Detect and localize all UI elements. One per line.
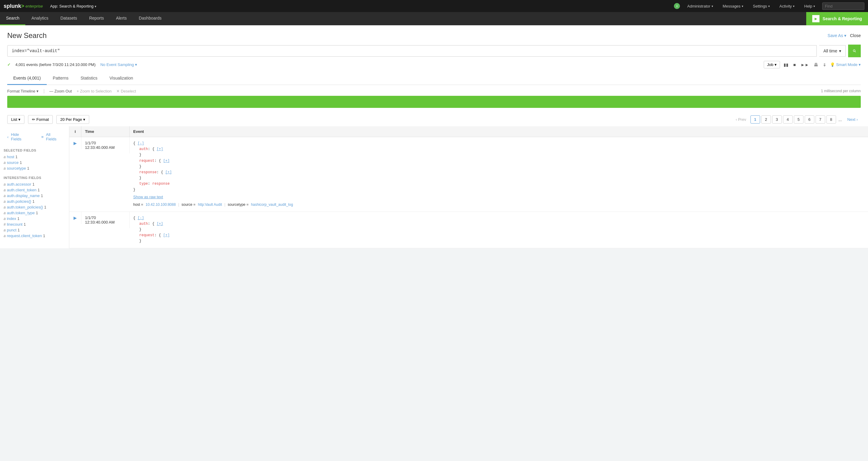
nav-search[interactable]: Search — [0, 12, 25, 25]
per-page-button[interactable]: 20 Per Page ▾ — [56, 115, 89, 124]
status-bar: ✓ 4,001 events (before 7/3/20 11:24:10.0… — [7, 61, 861, 68]
tab-statistics[interactable]: Statistics — [74, 72, 103, 85]
timeline-bar[interactable] — [7, 96, 861, 108]
interesting-fields-title: INTERESTING FIELDS — [4, 176, 65, 180]
app-name[interactable]: App: Search & Reporting ▾ — [50, 4, 96, 8]
expand-response-button[interactable]: [+] — [165, 170, 172, 175]
page-header-actions: Save As ▾ Close — [828, 33, 861, 38]
page-6-button[interactable]: 6 — [805, 115, 814, 124]
zoom-selection-button[interactable]: + Zoom to Selection — [76, 89, 112, 93]
page-2-button[interactable]: 2 — [761, 115, 771, 124]
event-expand-button-2[interactable]: ▶ — [69, 212, 82, 224]
pagination-dots: ... — [837, 117, 843, 122]
time-column-header: Time — [82, 126, 130, 137]
search-bar: All time ▾ — [7, 44, 861, 57]
field-auth-client-token[interactable]: a auth.client_token 1 — [4, 187, 65, 193]
nav-datasets[interactable]: Datasets — [54, 12, 83, 25]
field-sourcetype[interactable]: a sourcetype 1 — [4, 165, 65, 171]
format-button[interactable]: ✏ Format — [28, 115, 53, 124]
page-content: New Search Save As ▾ Close All time ▾ ✓ … — [0, 25, 868, 126]
field-punct[interactable]: a punct 1 — [4, 227, 65, 233]
admin-circle: i — [674, 3, 680, 9]
format-timeline-button[interactable]: Format Timeline ▾ — [7, 89, 38, 93]
top-navigation: splunk> enterprise App: Search & Reporti… — [0, 0, 868, 12]
field-source[interactable]: a source 1 — [4, 160, 65, 165]
splunk-logo: splunk> — [4, 3, 24, 9]
info-column-header: i — [69, 126, 82, 137]
event-expand-button[interactable]: ▶ — [69, 137, 82, 149]
smart-mode-button[interactable]: 💡 Smart Mode ▾ — [830, 62, 861, 67]
search-button[interactable] — [848, 44, 861, 57]
field-auth-token-type[interactable]: a auth.token_type 1 — [4, 210, 65, 216]
event-column-header: Event — [130, 126, 868, 137]
nav-analytics[interactable]: Analytics — [25, 12, 54, 25]
next-page-button[interactable]: Next › — [844, 116, 861, 123]
all-fields-button[interactable]: ≡ All Fields — [38, 131, 65, 144]
save-as-button[interactable]: Save As ▾ — [828, 33, 846, 38]
timeline-controls: Format Timeline ▾ | — Zoom Out + Zoom to… — [7, 85, 861, 96]
close-button[interactable]: Close — [850, 33, 861, 38]
forward-button[interactable]: ►► — [799, 62, 810, 68]
administrator-menu[interactable]: Administrator ▾ — [685, 3, 715, 10]
secondary-navigation: Search Analytics Datasets Reports Alerts… — [0, 12, 868, 25]
collapse-button[interactable]: [-] — [137, 141, 144, 146]
find-input[interactable] — [822, 2, 864, 10]
page-3-button[interactable]: 3 — [772, 115, 782, 124]
event-time-2: 1/1/70 12:33:40.000 AM — [82, 212, 130, 228]
nav-alerts[interactable]: Alerts — [110, 12, 133, 25]
pause-button[interactable]: ▮▮ — [782, 62, 789, 68]
activity-menu[interactable]: Activity ▾ — [777, 3, 797, 10]
field-auth-display-name[interactable]: a auth.display_name 1 — [4, 193, 65, 198]
settings-menu[interactable]: Settings ▾ — [750, 3, 772, 10]
page-7-button[interactable]: 7 — [815, 115, 825, 124]
tab-patterns[interactable]: Patterns — [47, 72, 74, 85]
expand-auth-button-2[interactable]: [+] — [157, 222, 163, 226]
field-host[interactable]: a host 1 — [4, 154, 65, 160]
expand-request-button-2[interactable]: [+] — [163, 233, 170, 238]
page-title: New Search — [7, 31, 828, 40]
event-content-2: { [-] auth: { [+] } request: { [+] } — [130, 212, 868, 248]
nav-reports[interactable]: Reports — [83, 12, 110, 25]
enterprise-label: enterprise — [26, 4, 43, 8]
messages-menu[interactable]: Messages ▾ — [720, 3, 746, 10]
time-picker[interactable]: All time ▾ — [819, 45, 846, 57]
sampling-button[interactable]: No Event Sampling ▾ — [100, 62, 137, 67]
page-8-button[interactable]: 8 — [827, 115, 836, 124]
selected-fields-section: SELECTED FIELDS a host 1 a source 1 a so… — [0, 146, 69, 174]
selected-fields-title: SELECTED FIELDS — [4, 149, 65, 152]
list-button[interactable]: List ▾ — [7, 115, 24, 124]
page-5-button[interactable]: 5 — [794, 115, 804, 124]
field-index[interactable]: a index 1 — [4, 216, 65, 221]
prev-page-button[interactable]: ‹ Prev — [733, 116, 749, 123]
download-button[interactable]: ⇓ — [822, 62, 828, 68]
page-1-button[interactable]: 1 — [750, 115, 760, 124]
stop-button[interactable]: ■ — [792, 62, 797, 68]
search-input[interactable] — [7, 45, 817, 57]
expand-request-button[interactable]: [+] — [163, 159, 170, 163]
svg-line-1 — [855, 52, 856, 53]
help-menu[interactable]: Help ▾ — [802, 3, 817, 10]
field-request-client-token[interactable]: a request.client_token 1 — [4, 233, 65, 239]
page-4-button[interactable]: 4 — [783, 115, 793, 124]
field-linecount[interactable]: # linecount 1 — [4, 221, 65, 227]
field-auth-token-policies[interactable]: a auth.token_policies{} 1 — [4, 204, 65, 210]
zoom-out-button[interactable]: — Zoom Out — [50, 89, 72, 93]
expand-auth-button[interactable]: [+] — [157, 147, 163, 151]
field-auth-policies[interactable]: a auth.policies{} 1 — [4, 198, 65, 204]
event-content: { [-] auth: { [+] } request: { [+] } res… — [130, 137, 868, 212]
search-icon — [853, 49, 856, 53]
tab-visualization[interactable]: Visualization — [103, 72, 139, 85]
interesting-fields-section: INTERESTING FIELDS a auth.accessor 1 a a… — [0, 174, 69, 241]
pagination: ‹ Prev 1 2 3 4 5 6 7 8 ... Next › — [733, 115, 861, 124]
print-button[interactable]: 🖶 — [812, 62, 819, 68]
nav-dashboards[interactable]: Dashboards — [133, 12, 167, 25]
brand-icon: ► — [812, 15, 819, 22]
tab-events[interactable]: Events (4,001) — [7, 72, 47, 85]
events-table-header: i Time Event — [69, 126, 868, 137]
job-button[interactable]: Job ▾ — [764, 61, 780, 68]
collapse-button-2[interactable]: [-] — [137, 216, 144, 220]
show-raw-text-button[interactable]: Show as raw text — [133, 194, 864, 201]
deselect-button[interactable]: ✕ Deselect — [116, 89, 136, 93]
hide-fields-button[interactable]: ‹ Hide Fields — [4, 131, 34, 144]
field-auth-accessor[interactable]: a auth.accessor 1 — [4, 181, 65, 187]
